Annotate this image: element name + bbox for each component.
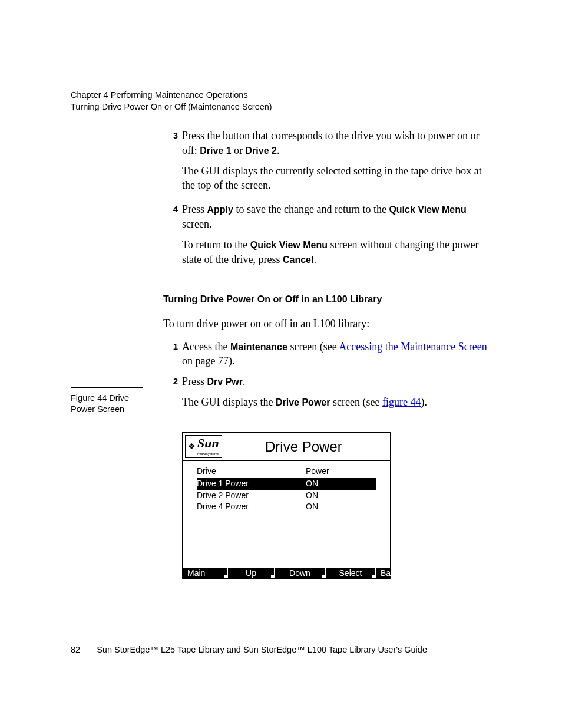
chapter-line: Chapter 4 Performing Maintenance Operati… <box>71 90 272 101</box>
col-drive: Drive <box>197 466 306 477</box>
running-header: Chapter 4 Performing Maintenance Operati… <box>71 90 272 113</box>
text: on page 77). <box>182 355 234 367</box>
step-number: 2 <box>163 375 182 390</box>
main-button[interactable]: Main <box>183 568 228 578</box>
back-button[interactable]: Back <box>376 568 404 578</box>
step-number: 4 <box>163 203 182 233</box>
figure-title: Drive Power <box>222 437 385 456</box>
page-footer: 82 Sun StorEdge™ L25 Tape Library and Su… <box>71 645 492 654</box>
col-power: Power <box>306 466 376 477</box>
figure-caption: Figure 44 Drive Power Screen <box>71 387 143 415</box>
drive-row[interactable]: Drive 4 Power ON <box>197 501 376 512</box>
step-body: Access the Maintenance screen (see Acces… <box>182 340 492 369</box>
text: ). <box>421 396 427 408</box>
text: screen (see <box>287 341 339 353</box>
step-body: Press Apply to save the change and retur… <box>182 202 492 232</box>
step-body: Press Drv Pwr. <box>182 374 492 389</box>
text: . <box>277 144 280 156</box>
text: . <box>243 375 246 387</box>
drive-power: ON <box>306 490 376 501</box>
text: The GUI displays the <box>182 396 276 408</box>
figure-link[interactable]: figure 44 <box>382 396 421 408</box>
figure-header: ❖ Sun microsystems Drive Power <box>183 433 390 461</box>
down-button[interactable]: Down <box>275 568 326 578</box>
step-number: 1 <box>163 341 182 370</box>
step-3-followup: The GUI displays the currently selected … <box>182 164 492 193</box>
bold: Drive 2 <box>246 146 277 156</box>
logo-sub: microsystems <box>197 452 219 456</box>
step-number: 3 <box>163 130 182 159</box>
step-body: Press the button that corresponds to the… <box>182 129 492 158</box>
bold: Maintenance <box>230 342 287 352</box>
step-b-1: 1 Access the Maintenance screen (see Acc… <box>163 340 492 369</box>
gui-line: The GUI displays the Drive Power screen … <box>182 395 492 410</box>
footer-title: Sun StorEdge™ L25 Tape Library and Sun S… <box>97 645 492 654</box>
text: screen. <box>182 218 211 230</box>
bold: Drive 1 <box>200 146 231 156</box>
drive-name: Drive 2 Power <box>197 490 306 501</box>
step-4-followup: To return to the Quick View Menu screen … <box>182 238 492 267</box>
step-3: 3 Press the button that corresponds to t… <box>163 129 492 158</box>
intro-text: To turn drive power on or off in an L100… <box>163 317 492 331</box>
figure-body: Drive Power Drive 1 Power ON Drive 2 Pow… <box>183 461 390 567</box>
bold: Cancel <box>283 255 313 265</box>
bold: Quick View Menu <box>389 205 466 215</box>
bold: Quick View Menu <box>250 240 328 250</box>
text: Press <box>182 203 207 215</box>
text: Press <box>182 375 207 387</box>
text: to save the change and return to the <box>233 203 389 215</box>
text: or <box>232 144 246 156</box>
logo-icon: ❖ <box>188 441 195 452</box>
figure-44: ❖ Sun microsystems Drive Power Drive Pow… <box>182 432 391 579</box>
page-number: 82 <box>71 645 80 654</box>
step-4: 4 Press Apply to save the change and ret… <box>163 202 492 232</box>
drive-row-selected[interactable]: Drive 1 Power ON <box>197 478 376 489</box>
bold: Drive Power <box>276 397 330 407</box>
text: . <box>313 253 316 265</box>
drive-name: Drive 4 Power <box>197 501 306 512</box>
step-b-2: 2 Press Drv Pwr. <box>163 374 492 389</box>
up-button[interactable]: Up <box>228 568 275 578</box>
bold: Apply <box>207 205 233 215</box>
xref-link[interactable]: Accessing the Maintenance Screen <box>339 341 487 353</box>
page: Chapter 4 Performing Maintenance Operati… <box>0 0 562 728</box>
sun-logo: ❖ Sun microsystems <box>185 435 222 458</box>
figure-columns: Drive Power <box>197 466 376 477</box>
select-button[interactable]: Select <box>326 568 376 578</box>
section-line: Turning Drive Power On or Off (Maintenan… <box>71 101 272 113</box>
drive-power: ON <box>306 478 376 489</box>
text: Access the <box>182 341 230 353</box>
text: screen (see <box>330 396 382 408</box>
logo-word: Sun <box>197 436 219 450</box>
bold: Drv Pwr <box>207 377 243 387</box>
drive-power: ON <box>306 501 376 512</box>
main-content: 3 Press the button that corresponds to t… <box>163 129 492 579</box>
drive-row[interactable]: Drive 2 Power ON <box>197 490 376 501</box>
text: To return to the <box>182 239 250 251</box>
figure-footer: Main Up Down Select Back <box>183 567 390 578</box>
drive-name: Drive 1 Power <box>197 478 306 489</box>
section-heading: Turning Drive Power On or Off in an L100… <box>163 293 492 306</box>
